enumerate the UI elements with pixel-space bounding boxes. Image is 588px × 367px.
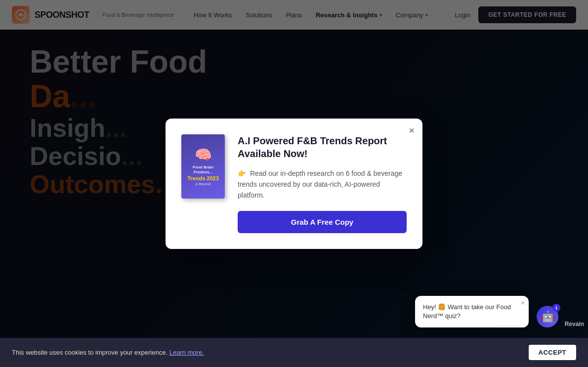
chat-bot-container[interactable]: 🤖 1 — [537, 306, 558, 327]
modal-content: A.I Powered F&B Trends Report Available … — [238, 134, 407, 233]
modal-body: 👉 Read our in-depth research on 6 food &… — [238, 167, 407, 201]
book-subtitle: & Beyond — [196, 182, 210, 186]
modal-book-image: 🧠 Food Brain Predicts... Trends 2023 & B… — [181, 134, 226, 233]
brain-icon: 🧠 — [195, 147, 212, 163]
chat-close-button[interactable]: × — [521, 299, 525, 307]
book-cover: 🧠 Food Brain Predicts... Trends 2023 & B… — [181, 134, 225, 198]
chat-bubble[interactable]: Hey! 🍔 Want to take our Food Nerd™ quiz?… — [415, 296, 529, 327]
modal-close-button[interactable]: × — [409, 125, 415, 135]
book-year: Trends 2023 — [187, 175, 219, 181]
modal-emoji: 👉 — [238, 169, 246, 177]
chat-badge: 1 — [552, 304, 560, 312]
modal-dialog: × 🧠 Food Brain Predicts... Trends 2023 &… — [166, 118, 422, 248]
cookie-accept-button[interactable]: ACCEPT — [529, 345, 576, 360]
cookie-banner: This website uses cookies to improve you… — [0, 338, 588, 367]
modal-title: A.I Powered F&B Trends Report Available … — [238, 134, 407, 160]
book-title-text: Food Brain Predicts... — [185, 165, 221, 174]
cookie-text: This website uses cookies to improve you… — [12, 349, 204, 356]
chat-text: Hey! 🍔 Want to take our Food Nerd™ quiz? — [423, 303, 521, 321]
chat-bot-icon[interactable]: 🤖 1 — [537, 306, 558, 327]
cookie-learn-more-link[interactable]: Learn more. — [169, 349, 204, 356]
revain-badge: Revain — [565, 321, 584, 327]
revain-label: Revain — [565, 321, 584, 327]
modal-cta-button[interactable]: Grab A Free Copy — [238, 211, 407, 233]
